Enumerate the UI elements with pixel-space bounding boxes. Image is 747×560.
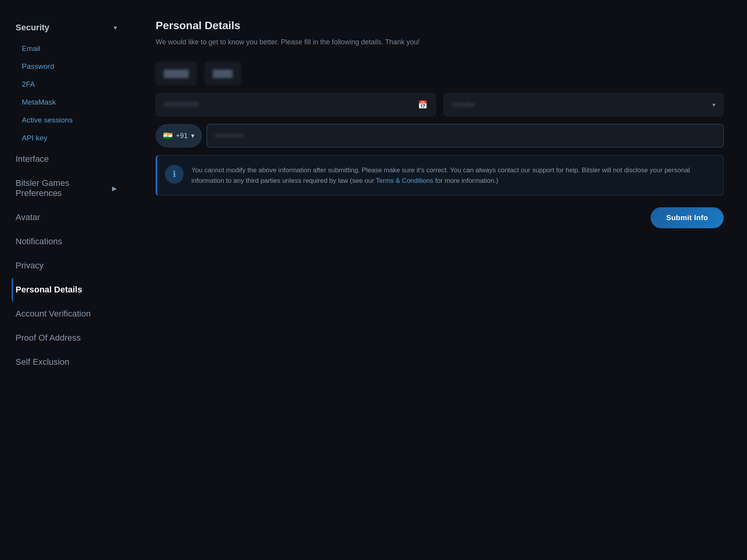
sidebar-item-account-verification[interactable]: Account Verification: [12, 302, 121, 326]
dob-field[interactable]: 📅: [156, 93, 436, 116]
last-name-field[interactable]: ████: [205, 62, 241, 85]
country-code: +91: [176, 132, 188, 140]
sidebar-item-label: Security: [16, 23, 49, 33]
first-name-field[interactable]: █████: [156, 62, 197, 85]
sidebar-sub-label: Password: [22, 62, 54, 70]
sidebar-sub-label: Active sessions: [22, 116, 73, 124]
sidebar-item-label: Personal Details: [16, 285, 82, 295]
sidebar-item-label: Interface: [16, 154, 49, 164]
sidebar-sub-label: API key: [22, 134, 47, 142]
phone-number-field[interactable]: [207, 124, 724, 147]
sidebar-item-label: Bitsler Games Preferences: [16, 178, 112, 198]
sidebar-sub-item-2fa[interactable]: 2FA: [12, 75, 121, 93]
terms-link[interactable]: Terms & Conditions: [376, 177, 435, 184]
sidebar-item-label: Notifications: [16, 236, 62, 247]
sidebar-sub-label: 2FA: [22, 80, 35, 88]
calendar-icon[interactable]: 📅: [418, 100, 428, 109]
sidebar-sub-item-email[interactable]: Email: [12, 40, 121, 58]
sidebar-item-avatar[interactable]: Avatar: [12, 205, 121, 229]
sidebar-item-label: Privacy: [16, 261, 44, 271]
page-title: Personal Details: [156, 19, 724, 32]
sidebar-item-self-exclusion[interactable]: Self Exclusion: [12, 350, 121, 374]
sidebar-item-label: Self Exclusion: [16, 357, 69, 367]
sidebar-item-label: Avatar: [16, 212, 40, 222]
phone-country-selector[interactable]: 🇮🇳 +91 ▾: [156, 124, 202, 147]
gender-chevron-icon: ▾: [712, 101, 715, 108]
dob-input[interactable]: [164, 101, 418, 109]
info-box: ℹ You cannot modify the above informatio…: [156, 155, 724, 196]
sidebar-sub-item-active-sessions[interactable]: Active sessions: [12, 111, 121, 129]
main-content: Personal Details We would like to get to…: [132, 0, 747, 560]
page-subtitle: We would like to get to know you better.…: [156, 38, 724, 46]
sidebar-sub-label: Email: [22, 44, 40, 52]
sidebar-item-security[interactable]: Security ▾: [12, 16, 121, 40]
name-row: █████ ████: [156, 62, 724, 85]
flag-icon: 🇮🇳: [163, 131, 173, 140]
phone-row: 🇮🇳 +91 ▾: [156, 124, 724, 147]
chevron-down-icon: ▾: [114, 24, 117, 32]
sidebar-sub-item-api-key[interactable]: API key: [12, 129, 121, 147]
submit-button[interactable]: Submit Info: [651, 207, 724, 228]
dob-gender-row: 📅 Gender Male Female Other ▾: [156, 93, 724, 116]
country-dropdown-icon: ▾: [191, 131, 195, 140]
gender-field[interactable]: Gender Male Female Other ▾: [444, 93, 724, 116]
sidebar-item-personal-details[interactable]: Personal Details: [12, 278, 121, 302]
sidebar-item-bitsler-games[interactable]: Bitsler Games Preferences ▶: [12, 171, 121, 205]
sidebar-sub-item-password[interactable]: Password: [12, 58, 121, 75]
chevron-right-icon: ▶: [112, 185, 117, 192]
sidebar-sub-item-metamask[interactable]: MetaMask: [12, 93, 121, 111]
sidebar-item-interface[interactable]: Interface: [12, 147, 121, 171]
sidebar-item-notifications[interactable]: Notifications: [12, 229, 121, 254]
submit-row: Submit Info: [156, 207, 724, 228]
info-text: You cannot modify the above information …: [191, 165, 714, 186]
phone-input[interactable]: [215, 132, 715, 140]
sidebar-item-label: Account Verification: [16, 309, 91, 319]
sidebar: Security ▾ Email Password 2FA MetaMask A…: [0, 0, 132, 560]
info-icon: ℹ: [165, 165, 184, 184]
sidebar-sub-label: MetaMask: [22, 98, 56, 106]
sidebar-item-proof-of-address[interactable]: Proof Of Address: [12, 326, 121, 350]
sidebar-item-label: Proof Of Address: [16, 333, 81, 343]
sidebar-item-privacy[interactable]: Privacy: [12, 254, 121, 278]
gender-select[interactable]: Gender Male Female Other: [452, 101, 712, 108]
